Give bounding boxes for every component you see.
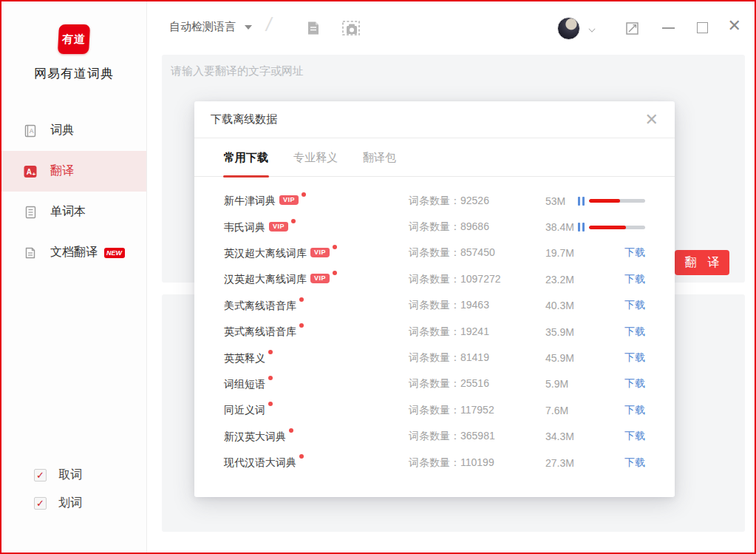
- item-name: 新牛津词典: [224, 194, 276, 208]
- notification-dot: [268, 376, 273, 380]
- download-link[interactable]: 下载: [624, 404, 645, 417]
- item-name: 现代汉语大词典: [224, 456, 296, 470]
- item-size: 40.3M: [545, 300, 624, 311]
- app-logo: 有道: [58, 24, 90, 54]
- notification-dot: [299, 323, 304, 328]
- count-value: 365981: [460, 430, 495, 442]
- word-select-checkbox[interactable]: ✓: [34, 497, 47, 510]
- item-size: 23.2M: [545, 274, 624, 286]
- screenshot-button[interactable]: [341, 19, 361, 37]
- download-link[interactable]: 下载: [624, 273, 645, 286]
- item-size: 7.6M: [545, 405, 624, 416]
- avatar-chevron-icon[interactable]: [588, 25, 595, 32]
- list-item: 美式离线语音库 词条数量：19463 40.3M 下载: [224, 293, 645, 319]
- word-capture-checkbox[interactable]: ✓: [34, 469, 47, 482]
- list-item: 英式离线语音库 词条数量：19241 35.9M 下载: [224, 319, 645, 345]
- count-label: 词条数量：: [409, 273, 460, 285]
- tab-common-downloads[interactable]: 常用下载: [224, 151, 268, 176]
- item-name: 汉英超大离线词库: [224, 272, 307, 286]
- list-item: 汉英超大离线词库 VIP 词条数量：1097272 23.2M 下载: [224, 266, 645, 292]
- count-value: 1097272: [460, 273, 501, 285]
- item-name: 同近义词: [224, 403, 265, 417]
- dialog-tabs: 常用下载 专业释义 翻译包: [194, 138, 675, 177]
- tab-translation-packages[interactable]: 翻译包: [363, 151, 396, 176]
- detach-window-button[interactable]: [625, 21, 639, 36]
- list-item: 韦氏词典 VIP 词条数量：89686 38.4M: [224, 214, 645, 240]
- sidebar-item-label: 翻译: [50, 163, 74, 179]
- item-size: 45.9M: [545, 352, 624, 364]
- count-label: 词条数量：: [409, 351, 460, 363]
- count-value: 19463: [460, 299, 489, 311]
- download-link[interactable]: 下载: [624, 430, 645, 443]
- item-name: 英英释义: [224, 351, 265, 365]
- pause-icon[interactable]: [578, 197, 585, 206]
- pause-icon[interactable]: [578, 223, 585, 232]
- vip-badge: VIP: [310, 274, 330, 283]
- progress-bar: [589, 199, 645, 203]
- download-link[interactable]: 下载: [624, 456, 645, 470]
- toggle-word-capture: ✓ 取词: [1, 461, 146, 489]
- notification-dot: [333, 271, 337, 275]
- item-name: 英式离线语音库: [224, 325, 296, 339]
- document-translate-button[interactable]: [304, 19, 322, 37]
- count-value: 19241: [460, 325, 489, 337]
- document-icon: [304, 19, 322, 37]
- svg-text:A: A: [30, 127, 34, 135]
- download-link[interactable]: 下载: [624, 325, 645, 339]
- count-label: 词条数量：: [409, 299, 460, 311]
- list-item: 现代汉语大词典 词条数量：110199 27.3M 下载: [224, 450, 645, 476]
- item-size: 27.3M: [545, 457, 624, 469]
- count-value: 25516: [460, 377, 489, 389]
- count-label: 词条数量：: [409, 195, 460, 206]
- download-link[interactable]: 下载: [624, 377, 645, 391]
- topbar: 自动检测语言 / ✕: [148, 1, 755, 55]
- user-avatar[interactable]: [557, 17, 580, 40]
- download-link[interactable]: 下载: [624, 299, 645, 312]
- notification-dot: [268, 402, 273, 406]
- translate-icon: A +: [23, 164, 38, 179]
- minimize-button[interactable]: [662, 27, 675, 29]
- item-name: 新汉英大词典: [224, 430, 286, 444]
- sidebar-menu: A 词典 A + 翻译 单词本: [1, 110, 146, 273]
- new-badge: NEW: [104, 248, 125, 258]
- toggle-label: 划词: [58, 496, 82, 511]
- list-item: 英汉超大离线词库 VIP 词条数量：857450 19.7M 下载: [224, 240, 645, 266]
- item-name: 词组短语: [224, 377, 265, 391]
- notification-dot: [302, 192, 306, 197]
- count-label: 词条数量：: [409, 430, 460, 442]
- download-list: 新牛津词典 VIP 词条数量：92526 53M 韦氏词典 VIP 词条数量：8…: [194, 177, 675, 476]
- item-size: 19.7M: [545, 247, 624, 259]
- sidebar: 有道 网易有道词典 A 词典 A + 翻译: [1, 1, 147, 553]
- notification-dot: [333, 245, 337, 249]
- dialog-close-icon[interactable]: ✕: [645, 112, 658, 128]
- sidebar-toggles: ✓ 取词 ✓ 划词: [1, 461, 146, 517]
- dialog-title: 下载离线数据: [211, 112, 277, 126]
- count-label: 词条数量：: [409, 377, 460, 389]
- svg-text:A: A: [27, 167, 32, 175]
- item-size: 34.3M: [545, 430, 624, 442]
- download-link[interactable]: 下载: [624, 246, 645, 260]
- language-selector[interactable]: 自动检测语言: [169, 20, 252, 34]
- translate-button[interactable]: 翻 译: [675, 250, 729, 275]
- tab-professional-definitions[interactable]: 专业释义: [293, 151, 338, 176]
- notification-dot: [268, 350, 273, 354]
- vip-badge: VIP: [269, 222, 288, 232]
- count-label: 词条数量：: [409, 325, 460, 337]
- item-size: 53M: [545, 195, 578, 207]
- count-label: 词条数量：: [409, 220, 460, 232]
- list-item: 英英释义 词条数量：81419 45.9M 下载: [224, 345, 645, 371]
- sidebar-item-document-translate[interactable]: 文档翻译 NEW: [1, 232, 146, 273]
- download-link[interactable]: 下载: [624, 351, 645, 365]
- item-name: 美式离线语音库: [224, 299, 296, 313]
- item-size: 38.4M: [545, 221, 578, 233]
- svg-text:+: +: [32, 171, 35, 178]
- sidebar-item-wordbook[interactable]: 单词本: [1, 192, 146, 232]
- count-value: 857450: [460, 246, 495, 258]
- sidebar-item-translate[interactable]: A + 翻译: [1, 151, 146, 192]
- maximize-button[interactable]: [697, 22, 708, 33]
- toggle-word-select: ✓ 划词: [1, 489, 146, 517]
- sidebar-item-dictionary[interactable]: A 词典: [1, 110, 146, 151]
- count-label: 词条数量：: [409, 404, 460, 416]
- close-window-button[interactable]: ✕: [728, 18, 741, 34]
- notification-dot: [299, 297, 304, 302]
